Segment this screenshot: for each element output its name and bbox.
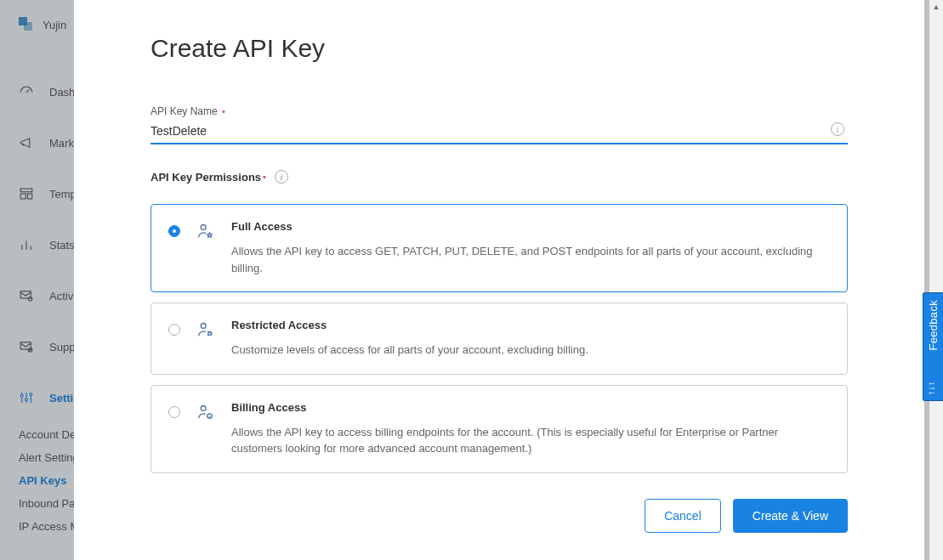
option-title: Billing Access [231, 401, 830, 414]
permissions-header: API Key Permissions • i [151, 170, 848, 184]
sliders-icon: ↓↑↓ [929, 382, 939, 396]
label-text: API Key Name [151, 105, 218, 117]
required-indicator: • [263, 172, 266, 182]
info-icon[interactable]: i [831, 122, 844, 136]
api-key-name-input[interactable] [151, 119, 848, 143]
cancel-button[interactable]: Cancel [645, 499, 721, 533]
option-title: Restricted Access [231, 319, 830, 331]
user-gear-icon [196, 320, 214, 339]
scrollbar[interactable]: ▲ [929, 0, 943, 560]
scroll-up-icon[interactable]: ▲ [929, 0, 943, 14]
svg-point-11 [201, 323, 206, 328]
info-icon[interactable]: i [275, 170, 288, 184]
required-indicator: • [222, 106, 225, 116]
feedback-label: Feedback [927, 300, 940, 351]
option-desc: Allows the API key to access billing end… [231, 424, 830, 457]
option-desc: Allows the API key to access GET, PATCH,… [231, 243, 830, 276]
panel-title: Create API Key [151, 34, 848, 63]
permissions-label: API Key Permissions [151, 171, 261, 184]
radio-input[interactable] [168, 406, 180, 418]
user-info-icon [196, 403, 214, 421]
api-key-name-field[interactable]: i [151, 119, 848, 144]
permission-options: Full Access Allows the API key to access… [151, 204, 848, 473]
option-restricted-access[interactable]: Restricted Access Customize levels of ac… [151, 303, 848, 375]
option-title: Full Access [231, 220, 830, 233]
radio-input[interactable] [168, 225, 180, 237]
panel-footer: Cancel Create & View [151, 499, 848, 550]
feedback-tab[interactable]: Feedback ↓↑↓ [923, 292, 943, 401]
radio-input[interactable] [168, 324, 180, 336]
svg-point-13 [201, 405, 206, 410]
create-api-key-panel: Create API Key API Key Name • i API Key … [74, 0, 924, 560]
create-view-button[interactable]: Create & View [733, 499, 848, 533]
option-billing-access[interactable]: Billing Access Allows the API key to acc… [151, 385, 848, 473]
api-key-name-label: API Key Name • [151, 105, 848, 117]
option-full-access[interactable]: Full Access Allows the API key to access… [151, 204, 848, 292]
user-star-icon [196, 222, 214, 240]
option-desc: Customize levels of access for all parts… [231, 342, 830, 359]
svg-point-10 [201, 224, 206, 229]
